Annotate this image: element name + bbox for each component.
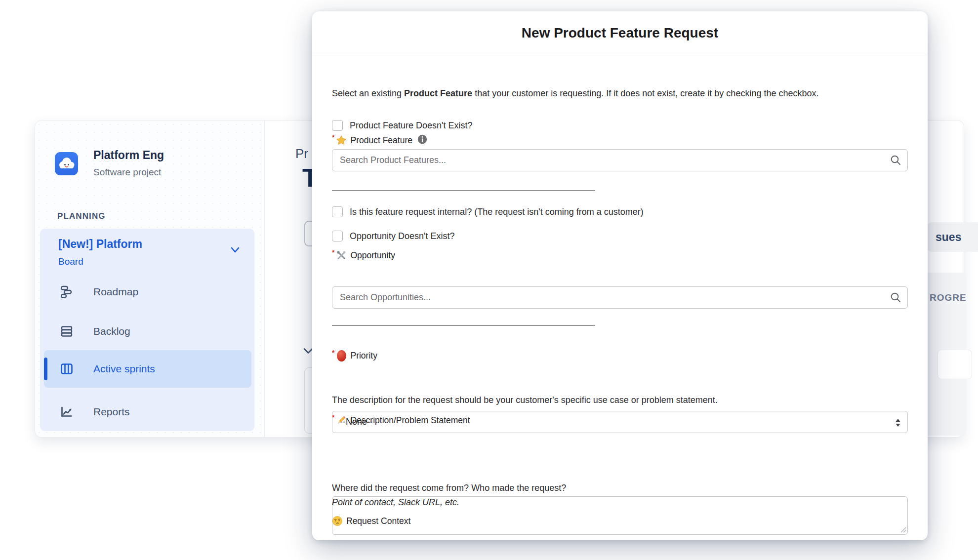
sidebar-item-backlog[interactable]: Backlog [44,313,251,350]
intro-prefix: Select an existing [332,88,404,98]
planning-nav-block: [New!] Platform Board [40,229,254,431]
sidebar-item-label: Backlog [93,325,130,337]
product-feature-doesnt-exist-row: Product Feature Doesn't Exist? [332,120,908,131]
section-divider [332,325,595,326]
thinking-face-icon [332,515,343,527]
opportunity-field-label: * Opportunity [332,249,908,261]
board-column-card-fragment [937,350,972,379]
intro-suffix: that your customer is requesting. If it … [472,88,818,98]
issues-button-label: sues [936,231,961,244]
sidebar-item-reports[interactable]: Reports [44,393,251,431]
required-mark: * [332,349,334,357]
project-name: Platform Eng [93,149,164,162]
project-avatar [55,152,78,175]
active-indicator-bar [44,358,47,380]
checkbox-label: Is this feature request internal? (The r… [350,207,644,217]
sidebar-item-label: Roadmap [93,286,138,298]
internal-request-row: Is this feature request internal? (The r… [332,206,908,218]
request-context-help-2: Point of contact, Slack URL, etc. [332,496,908,509]
field-label-text: Request Context [346,516,410,526]
board-selector-sub: Board [58,256,83,267]
new-product-feature-request-modal: New Product Feature Request Select an ex… [312,11,928,540]
resize-handle[interactable] [900,526,906,535]
request-context-field-label: Request Context [332,515,908,527]
sidebar-item-active-sprints[interactable]: Active sprints [44,350,251,388]
breadcrumb-fragment: Pr [295,146,308,161]
opportunity-search-input[interactable] [332,286,908,309]
required-mark: * [332,248,334,256]
board-selector-name: [New!] Platform [58,238,142,251]
checkbox-label: Product Feature Doesn't Exist? [350,120,473,131]
project-type: Software project [93,167,161,178]
search-icon[interactable] [890,155,901,168]
chevron-down-icon [230,246,241,255]
star-icon [336,134,347,146]
backlog-icon [60,324,74,338]
product-feature-doesnt-exist-checkbox[interactable] [332,120,343,131]
description-help-text: The description for the request should b… [332,394,908,406]
required-mark: * [332,413,334,421]
sidebar-item-label: Reports [93,406,130,418]
page: Platform Eng Software project PLANNING [… [0,0,978,560]
intro-text: Select an existing Product Feature that … [332,87,908,100]
field-label-text: Description/Problem Statement [350,415,470,426]
red-circle-icon [336,350,347,361]
required-mark: * [332,133,334,141]
opportunity-doesnt-exist-checkbox[interactable] [332,231,343,241]
opportunity-doesnt-exist-row: Opportunity Doesn't Exist? [332,230,908,242]
field-label-text: Priority [350,351,377,361]
product-feature-field-label: * Product Feature [332,134,908,146]
modal-title: New Product Feature Request [522,25,718,41]
sidebar-item-label: Active sprints [93,363,155,375]
sidebar-item-roadmap[interactable]: Roadmap [44,273,251,311]
roadmap-icon [60,285,74,299]
cloud-icon [58,156,76,172]
project-sidebar: Platform Eng Software project PLANNING [… [35,120,265,437]
intro-bold: Product Feature [404,88,472,98]
line-chart-icon [60,405,74,419]
product-feature-search-input[interactable] [332,149,908,171]
hammer-and-wrench-icon [336,249,347,261]
product-feature-search [332,149,908,171]
opportunity-search [332,286,908,309]
request-context-help-1: Where did the request come from? Who mad… [332,481,908,494]
issues-button-fragment[interactable]: sues [927,222,978,252]
internal-request-checkbox[interactable] [332,206,343,217]
sidebar-section-planning: PLANNING [57,211,106,221]
column-header-fragment: ROGRE [930,292,967,303]
section-divider [332,190,595,191]
description-field-label: * Description/Problem Statement [332,414,908,426]
field-label-text: Opportunity [350,250,395,261]
modal-header: New Product Feature Request [312,11,928,55]
search-icon[interactable] [890,292,901,305]
priority-field-label: * Priority [332,350,908,361]
info-icon[interactable] [417,134,427,146]
board-columns-icon [60,362,74,376]
field-label-text: Product Feature [350,135,412,146]
checkbox-label: Opportunity Doesn't Exist? [350,231,455,241]
pencil-icon [336,414,347,426]
